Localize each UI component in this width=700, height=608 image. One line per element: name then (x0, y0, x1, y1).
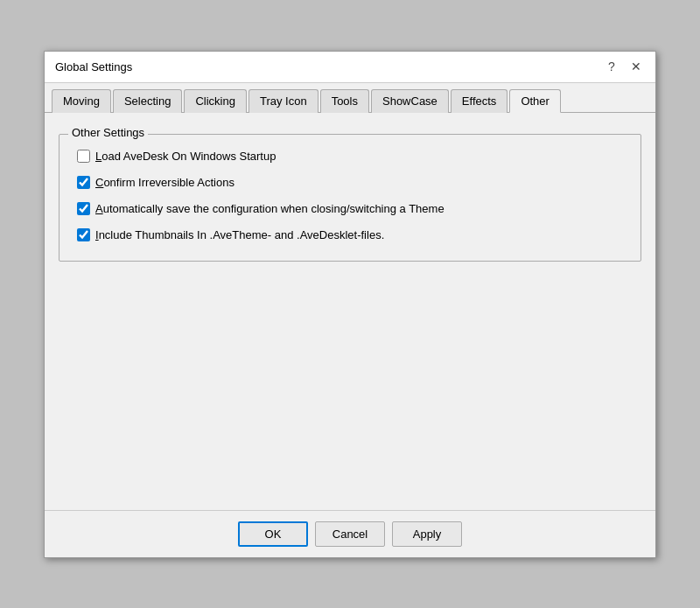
tab-tools[interactable]: Tools (320, 89, 369, 113)
title-bar: Global Settings ? ✕ (45, 52, 655, 83)
cancel-button[interactable]: Cancel (315, 521, 385, 547)
tab-selecting[interactable]: Selecting (113, 89, 182, 113)
content-area: Other Settings Load AveDesk On Windows S… (45, 113, 655, 510)
tab-effects[interactable]: Effects (451, 89, 508, 113)
help-button[interactable]: ? (603, 58, 620, 75)
group-box-legend: Other Settings (68, 126, 148, 139)
tab-clicking[interactable]: Clicking (184, 89, 247, 113)
tab-showcase[interactable]: ShowCase (371, 89, 449, 113)
checkbox-load-avedesk[interactable] (77, 150, 90, 163)
checkbox-confirm-irreversible[interactable] (77, 176, 90, 189)
apply-button[interactable]: Apply (392, 521, 462, 547)
global-settings-window: Global Settings ? ✕ Moving Selecting Cli… (44, 51, 656, 558)
tab-tray-icon[interactable]: Tray Icon (248, 89, 318, 113)
tab-moving[interactable]: Moving (52, 89, 111, 113)
checkbox-include-thumbnails[interactable] (77, 228, 90, 241)
close-button[interactable]: ✕ (627, 58, 645, 75)
checkbox-auto-save[interactable] (77, 202, 90, 215)
label-include-thumbnails[interactable]: Include Thumbnails In .AveTheme- and .Av… (95, 227, 384, 243)
label-confirm-irreversible[interactable]: Confirm Irreversible Actions (95, 175, 234, 191)
ok-button[interactable]: OK (238, 521, 308, 547)
tab-other[interactable]: Other (509, 89, 561, 113)
label-auto-save[interactable]: Automatically save the configuration whe… (95, 201, 444, 217)
footer: OK Cancel Apply (45, 510, 655, 557)
checkbox-row-auto-save: Automatically save the configuration whe… (77, 201, 623, 217)
checkbox-row-load-avedesk: Load AveDesk On Windows Startup (77, 149, 623, 164)
other-settings-group: Other Settings Load AveDesk On Windows S… (59, 134, 641, 262)
checkbox-row-include-thumbnails: Include Thumbnails In .AveTheme- and .Av… (77, 227, 623, 243)
checkbox-row-confirm-irreversible: Confirm Irreversible Actions (77, 175, 623, 191)
window-title: Global Settings (55, 60, 132, 73)
tab-bar: Moving Selecting Clicking Tray Icon Tool… (45, 83, 655, 113)
label-load-avedesk[interactable]: Load AveDesk On Windows Startup (95, 149, 276, 164)
title-bar-controls: ? ✕ (603, 58, 645, 75)
